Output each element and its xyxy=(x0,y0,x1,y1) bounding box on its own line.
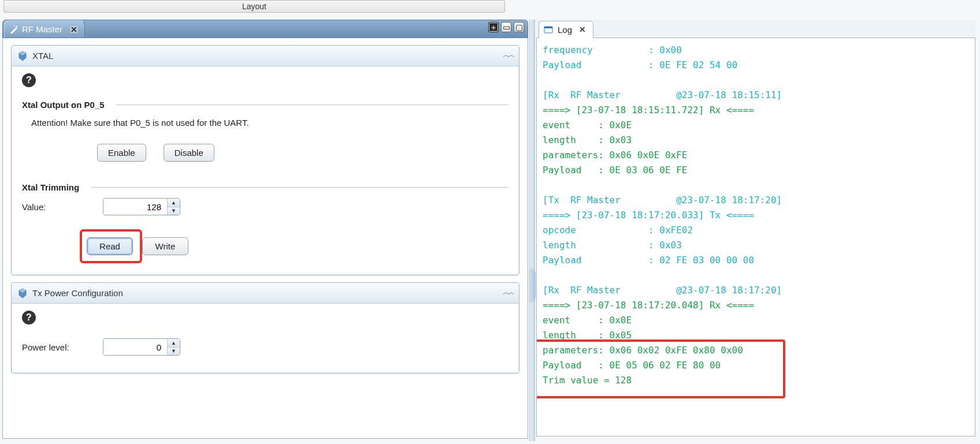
spinner-down-icon[interactable]: ▼ xyxy=(168,207,180,215)
top-bar: Layout xyxy=(0,0,508,16)
log-line: frequency : 0x00 xyxy=(543,43,969,58)
help-icon[interactable]: ? xyxy=(22,73,36,87)
enable-button[interactable]: Enable xyxy=(97,144,146,162)
log-line: event : 0x0E xyxy=(543,313,969,328)
svg-point-0 xyxy=(16,25,17,27)
spinner-down-icon[interactable]: ▼ xyxy=(168,348,180,356)
tab-rf-master[interactable]: RF Master ✕ xyxy=(4,20,85,38)
editor-body: XTAL ︿︿ ? Xtal Output on P0_5 Attention!… xyxy=(2,38,528,439)
svg-rect-7 xyxy=(544,27,552,28)
log-line: ====> [23-07-18 18:17:20.033] Tx <==== xyxy=(543,208,969,223)
xtal-value-spinner[interactable]: ▲ ▼ xyxy=(103,198,180,215)
power-level-spinner[interactable]: ▲ ▼ xyxy=(103,338,180,356)
crystal-icon xyxy=(17,51,28,61)
txpower-section: Tx Power Configuration ︿︿ ? Power level:… xyxy=(11,282,519,374)
log-line: Payload : 0E 03 06 0E FE xyxy=(543,163,969,178)
write-button[interactable]: Write xyxy=(142,237,188,255)
log-line xyxy=(543,268,969,283)
txpower-header[interactable]: Tx Power Configuration ︿︿ xyxy=(12,283,519,304)
log-line: length : 0x05 xyxy=(543,328,969,343)
txpower-title: Tx Power Configuration xyxy=(32,288,123,298)
log-line xyxy=(543,73,969,88)
log-line: ====> [23-07-18 18:17:20.048] Rx <==== xyxy=(543,298,969,313)
xtal-title: XTAL xyxy=(32,51,53,61)
xtal-value-input[interactable] xyxy=(103,199,167,215)
close-icon[interactable]: ✕ xyxy=(69,25,79,34)
disable-button[interactable]: Disable xyxy=(164,144,214,162)
power-level-input[interactable] xyxy=(103,339,167,355)
log-line xyxy=(543,178,969,193)
xtal-header[interactable]: XTAL ︿︿ xyxy=(12,46,519,66)
log-line: length : 0x03 xyxy=(543,238,969,253)
log-line: length : 0x03 xyxy=(543,133,969,148)
svg-point-1 xyxy=(14,25,15,26)
log-line: Payload : 0E 05 06 02 FE 80 00 xyxy=(543,358,969,373)
tab-rf-master-label: RF Master xyxy=(22,24,62,34)
split-handle[interactable] xyxy=(529,20,535,441)
wand-icon xyxy=(9,25,18,34)
log-icon xyxy=(544,25,553,34)
log-output[interactable]: frequency : 0x00Payload : 0E FE 02 54 00… xyxy=(536,38,975,436)
power-level-label: Power level: xyxy=(22,342,103,352)
layout-button[interactable]: Layout xyxy=(3,0,505,13)
close-icon[interactable]: ✕ xyxy=(579,25,586,34)
tab-log-label: Log xyxy=(558,25,572,35)
maximize-icon[interactable]: ▢ xyxy=(514,22,524,32)
log-line: event : 0x0E xyxy=(543,118,969,133)
log-line: Trim value = 128 xyxy=(543,373,969,388)
collapse-icon[interactable]: ︿︿ xyxy=(503,50,513,60)
editor-tab-bar: RF Master ✕ ＋ ▭ ▢ xyxy=(2,20,528,38)
log-line: opcode : 0xFE02 xyxy=(543,223,969,238)
spinner-up-icon[interactable]: ▲ xyxy=(168,199,180,207)
left-panel: RF Master ✕ ＋ ▭ ▢ XTAL ︿︿ ? xyxy=(2,20,528,441)
read-button[interactable]: Read xyxy=(87,237,133,255)
help-icon[interactable]: ? xyxy=(22,311,36,324)
xtal-attention-text: Attention! Make sure that P0_5 is not us… xyxy=(31,118,508,128)
spinner-up-icon[interactable]: ▲ xyxy=(168,339,180,348)
xtal-output-heading: Xtal Output on P0_5 xyxy=(22,100,508,110)
crystal-icon xyxy=(17,288,28,299)
log-line: Payload : 02 FE 03 00 00 00 xyxy=(543,253,969,268)
read-highlight-box: Read xyxy=(80,229,142,263)
log-line: [Rx RF Master @23-07-18 18:15:11] xyxy=(543,88,969,103)
log-tab-bar: Log ✕ xyxy=(536,20,975,38)
xtal-trim-heading: Xtal Trimming xyxy=(22,182,508,192)
log-line: ====> [23-07-18 18:15:11.722] Rx <==== xyxy=(543,103,969,118)
log-line: [Tx RF Master @23-07-18 18:17:20] xyxy=(543,193,969,208)
tab-log[interactable]: Log ✕ xyxy=(539,21,593,38)
log-line: parameters: 0x06 0x02 0xFE 0x80 0x00 xyxy=(543,343,969,358)
xtal-section: XTAL ︿︿ ? Xtal Output on P0_5 Attention!… xyxy=(11,45,519,275)
value-label: Value: xyxy=(22,202,103,212)
log-line: Payload : 0E FE 02 54 00 xyxy=(543,58,969,73)
collapse-icon[interactable]: ︿︿ xyxy=(503,288,513,297)
minimize-icon[interactable]: ▭ xyxy=(501,22,511,32)
new-window-icon[interactable]: ＋ xyxy=(488,22,499,32)
log-panel: Log ✕ frequency : 0x00Payload : 0E FE 02… xyxy=(536,20,975,441)
log-line: [Rx RF Master @23-07-18 18:17:20] xyxy=(543,283,969,298)
log-line: parameters: 0x06 0x0E 0xFE xyxy=(543,148,969,163)
